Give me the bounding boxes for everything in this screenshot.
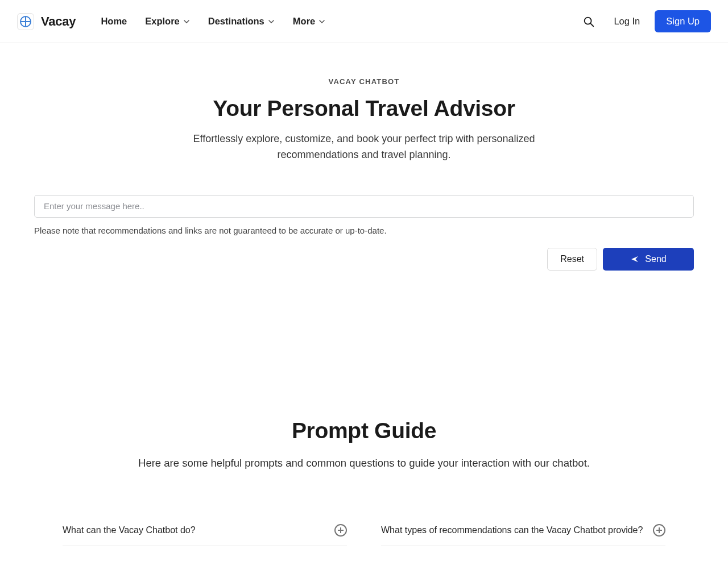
chevron-down-icon [183, 18, 190, 25]
send-button[interactable]: Send [603, 248, 694, 271]
faq-question: What types of recommendations can the Va… [381, 525, 643, 535]
reset-label: Reset [560, 254, 584, 264]
faq-column-right: What types of recommendations can the Va… [381, 515, 665, 546]
faq-question: What can the Vacay Chatbot do? [63, 525, 196, 535]
plus-circle-icon [653, 524, 665, 537]
nav-explore[interactable]: Explore [145, 16, 190, 27]
login-link[interactable]: Log In [614, 16, 640, 27]
nav-destinations-label: Destinations [208, 16, 264, 27]
chat-section: Please note that recommendations and lin… [28, 195, 700, 271]
page-title: Your Personal Travel Advisor [11, 96, 717, 121]
svg-line-1 [591, 23, 594, 26]
faq-grid: What can the Vacay Chatbot do? What type… [46, 515, 682, 546]
hero-subtitle: Effortlessly explore, customize, and boo… [182, 131, 546, 163]
reset-button[interactable]: Reset [547, 248, 597, 271]
send-label: Send [645, 254, 666, 264]
faq-item[interactable]: What can the Vacay Chatbot do? [63, 515, 347, 546]
search-icon [582, 15, 595, 28]
header-actions: Log In Sign Up [578, 10, 711, 32]
guide-subtitle: Here are some helpful prompts and common… [0, 457, 728, 469]
disclaimer-text: Please note that recommendations and lin… [34, 226, 694, 235]
brand-name: Vacay [41, 14, 76, 29]
nav-more-label: More [293, 16, 315, 27]
chevron-down-icon [318, 18, 325, 25]
faq-column-left: What can the Vacay Chatbot do? [63, 515, 347, 546]
brand-logo[interactable]: Vacay [17, 13, 76, 30]
faq-item[interactable]: What types of recommendations can the Va… [381, 515, 665, 546]
globe-icon [17, 13, 34, 30]
nav-more[interactable]: More [293, 16, 325, 27]
main-nav: Home Explore Destinations More [101, 16, 325, 27]
search-button[interactable] [578, 11, 599, 32]
chat-actions: Reset Send [34, 248, 694, 271]
nav-home-label: Home [101, 16, 127, 27]
plus-circle-icon [334, 524, 347, 537]
chevron-down-icon [268, 18, 275, 25]
hero-section: VACAY CHATBOT Your Personal Travel Advis… [0, 43, 728, 163]
message-input[interactable] [34, 195, 694, 218]
send-icon [630, 255, 639, 264]
nav-explore-label: Explore [145, 16, 180, 27]
nav-home[interactable]: Home [101, 16, 127, 27]
site-header: Vacay Home Explore Destinations More [0, 0, 728, 43]
nav-destinations[interactable]: Destinations [208, 16, 275, 27]
guide-title: Prompt Guide [0, 418, 728, 443]
hero-eyebrow: VACAY CHATBOT [11, 77, 717, 86]
prompt-guide-section: Prompt Guide Here are some helpful promp… [0, 418, 728, 469]
signup-button[interactable]: Sign Up [655, 10, 711, 32]
